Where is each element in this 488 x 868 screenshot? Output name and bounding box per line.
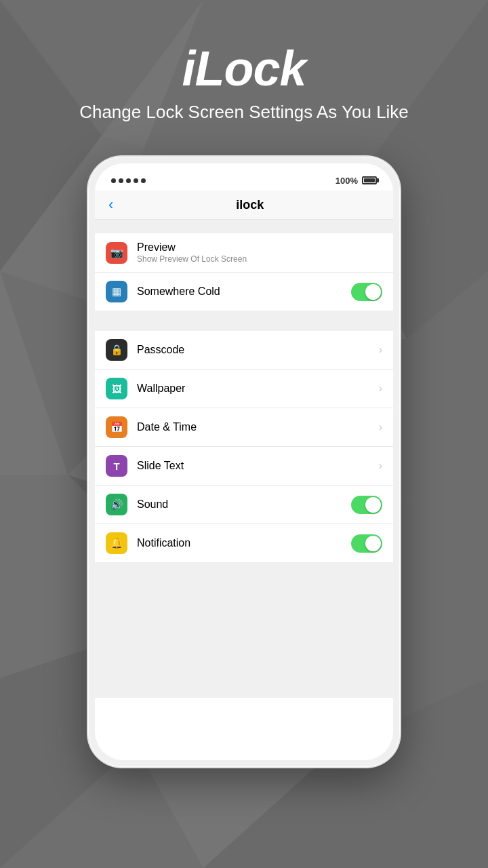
passcode-action: › bbox=[379, 344, 382, 356]
notification-icon: 🔔 bbox=[106, 532, 127, 554]
settings-row-somewhere-cold[interactable]: ▦ Somewhere Cold bbox=[95, 273, 393, 311]
battery-icon bbox=[362, 176, 377, 184]
wallpaper-content: Wallpaper bbox=[137, 382, 379, 395]
slide-text-label: Slide Text bbox=[137, 460, 379, 472]
wallpaper-icon-symbol: 🖼 bbox=[112, 383, 122, 395]
app-subtitle: Change Lock Screen Settings As You Like bbox=[0, 102, 488, 123]
preview-content: Preview Show Preview Of Lock Screen bbox=[137, 241, 382, 264]
notification-toggle[interactable] bbox=[351, 534, 382, 553]
settings-section-2: 🔒 Passcode › 🖼 Wallpaper › bbox=[95, 331, 393, 562]
battery-status: 100% bbox=[336, 176, 377, 186]
date-time-label: Date & Time bbox=[137, 421, 379, 433]
signal-dot-3 bbox=[126, 178, 131, 183]
passcode-chevron: › bbox=[379, 344, 382, 356]
somewhere-cold-icon: ▦ bbox=[106, 281, 127, 302]
back-button[interactable]: ‹ bbox=[108, 196, 120, 214]
settings-row-wallpaper[interactable]: 🖼 Wallpaper › bbox=[95, 370, 393, 408]
slide-text-action: › bbox=[379, 460, 382, 472]
phone-bottom-spacer bbox=[95, 562, 393, 698]
preview-sublabel: Show Preview Of Lock Screen bbox=[137, 254, 382, 264]
settings-row-notification[interactable]: 🔔 Notification bbox=[95, 524, 393, 562]
somewhere-cold-action bbox=[351, 283, 382, 301]
wallpaper-chevron: › bbox=[379, 382, 382, 395]
settings-row-date-time[interactable]: 📅 Date & Time › bbox=[95, 408, 393, 447]
section-spacer-top bbox=[95, 220, 393, 233]
date-time-icon: 📅 bbox=[106, 416, 127, 438]
signal-dot-4 bbox=[134, 178, 138, 183]
app-title: iLock bbox=[0, 41, 488, 96]
signal-dot-5 bbox=[141, 178, 146, 183]
notification-action bbox=[351, 534, 382, 553]
settings-row-slide-text[interactable]: T Slide Text › bbox=[95, 447, 393, 486]
battery-percent: 100% bbox=[336, 176, 358, 186]
notification-content: Notification bbox=[137, 537, 351, 549]
slide-text-icon: T bbox=[106, 455, 127, 477]
wallpaper-icon: 🖼 bbox=[106, 378, 127, 399]
date-time-icon-symbol: 📅 bbox=[110, 421, 123, 433]
notification-label: Notification bbox=[137, 537, 351, 549]
sound-content: Sound bbox=[137, 498, 351, 511]
settings-row-sound[interactable]: 🔊 Sound bbox=[95, 486, 393, 524]
passcode-label: Passcode bbox=[137, 344, 379, 356]
preview-icon: 📷 bbox=[106, 242, 127, 264]
passcode-content: Passcode bbox=[137, 344, 379, 356]
sound-action bbox=[351, 496, 382, 514]
passcode-icon-symbol: 🔒 bbox=[110, 344, 123, 356]
signal-dot-1 bbox=[111, 178, 116, 183]
nav-bar: ‹ ilock bbox=[95, 191, 393, 220]
settings-row-passcode[interactable]: 🔒 Passcode › bbox=[95, 331, 393, 370]
signal-dot-2 bbox=[119, 178, 123, 183]
app-header: iLock Change Lock Screen Settings As You… bbox=[0, 0, 488, 136]
preview-icon-symbol: 📷 bbox=[110, 247, 123, 259]
preview-label: Preview bbox=[137, 241, 382, 254]
somewhere-cold-content: Somewhere Cold bbox=[137, 285, 351, 298]
sound-icon-symbol: 🔊 bbox=[110, 498, 123, 511]
settings-section-1: 📷 Preview Show Preview Of Lock Screen ▦ … bbox=[95, 233, 393, 311]
notification-icon-symbol: 🔔 bbox=[110, 537, 123, 549]
date-time-content: Date & Time bbox=[137, 421, 379, 433]
somewhere-cold-toggle[interactable] bbox=[351, 283, 382, 301]
sound-toggle[interactable] bbox=[351, 496, 382, 514]
sound-label: Sound bbox=[137, 498, 351, 511]
wallpaper-action: › bbox=[379, 382, 382, 395]
section-spacer-middle bbox=[95, 311, 393, 331]
somewhere-cold-icon-symbol: ▦ bbox=[112, 285, 121, 298]
signal-dots bbox=[111, 178, 146, 183]
slide-text-content: Slide Text bbox=[137, 460, 379, 472]
somewhere-cold-label: Somewhere Cold bbox=[137, 285, 351, 298]
slide-text-icon-symbol: T bbox=[113, 460, 119, 472]
phone-mockup: 100% ‹ ilock 📷 Preview Show Preview O bbox=[88, 157, 400, 767]
status-bar: 100% bbox=[95, 163, 393, 191]
battery-fill bbox=[364, 178, 375, 182]
settings-row-preview[interactable]: 📷 Preview Show Preview Of Lock Screen bbox=[95, 233, 393, 273]
passcode-icon: 🔒 bbox=[106, 339, 127, 361]
date-time-action: › bbox=[379, 421, 382, 433]
date-time-chevron: › bbox=[379, 421, 382, 433]
phone-screen: 100% ‹ ilock 📷 Preview Show Preview O bbox=[95, 163, 393, 760]
slide-text-chevron: › bbox=[379, 460, 382, 472]
nav-title: ilock bbox=[120, 198, 380, 212]
wallpaper-label: Wallpaper bbox=[137, 382, 379, 395]
sound-icon: 🔊 bbox=[106, 494, 127, 515]
